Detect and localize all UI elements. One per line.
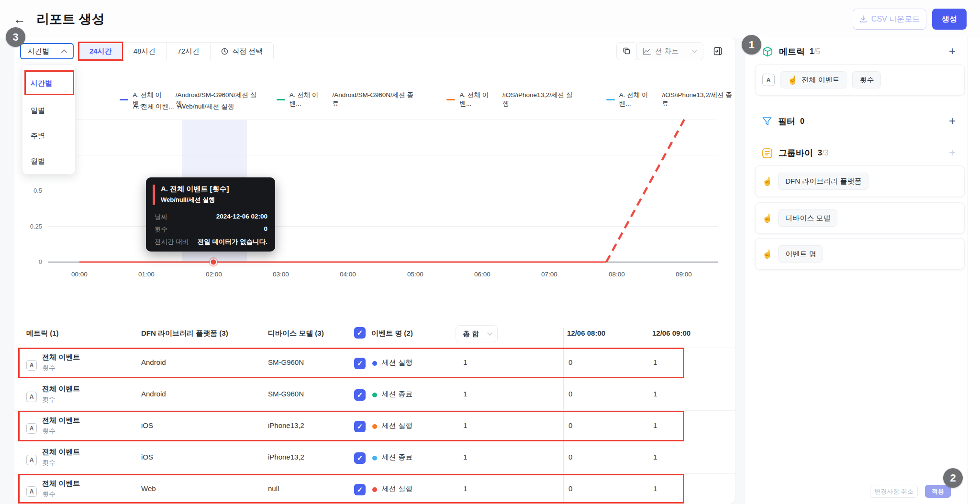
x-axis-tick: 07:00 xyxy=(535,271,564,278)
filter-funnel-icon xyxy=(762,116,772,127)
add-metric-button[interactable]: + xyxy=(947,46,958,57)
groupby-section-label: 그룹바이 xyxy=(779,147,813,159)
interval-dropdown-menu: 시간별 일별 주별 월별 xyxy=(22,65,76,175)
series-color-dot xyxy=(372,393,377,397)
annotation-badge-3: 3 xyxy=(6,27,25,47)
tooltip-compare-label: 전시간 대비 xyxy=(155,238,189,246)
report-config-sidebar: 메트릭 1/5 + A ☝ 전체 이벤트 횟수 필터 0 + 그룹바이 3/3 … xyxy=(745,37,980,504)
total-select-value: 총 합 xyxy=(463,329,479,339)
metric-type-icon: A xyxy=(26,455,37,465)
csv-download-button[interactable]: CSV 다운로드 xyxy=(853,9,926,30)
add-filter-button[interactable]: + xyxy=(947,116,958,127)
chart-tooltip: A. 전체 이벤트 [횟수] Web/null/세션 실행 날짜 2024-12… xyxy=(146,177,275,252)
metric-section-header: 메트릭 1/5 xyxy=(762,46,820,57)
dropdown-option-weekly[interactable]: 주별 xyxy=(22,124,76,148)
row-checkbox[interactable]: ✓ xyxy=(354,484,366,495)
metric-type-icon: A xyxy=(26,486,37,497)
tooltip-count-label: 횟수 xyxy=(155,225,167,234)
metric-type-icon: A xyxy=(26,423,37,434)
add-groupby-button[interactable]: + xyxy=(947,147,958,159)
row-checkbox[interactable]: ✓ xyxy=(354,452,366,464)
hover-point-marker xyxy=(211,259,217,265)
generate-button[interactable]: 생성 xyxy=(932,9,967,30)
x-axis-tick: 03:00 xyxy=(267,271,295,278)
filter-section-header: 필터 0 xyxy=(762,116,804,127)
series-color-dot xyxy=(372,456,377,460)
table-row[interactable]: A 전체 이벤트 횟수 Web null ✓ 세션 실행 1 0 1 xyxy=(14,474,735,504)
chevron-down-icon xyxy=(487,332,492,336)
groupby-chip-device-model[interactable]: 디바이스 모델 xyxy=(778,209,837,227)
discard-changes-button[interactable]: 변경사항 취소 xyxy=(870,485,918,498)
x-axis-tick: 04:00 xyxy=(334,271,362,278)
page-title: 리포트 생성 xyxy=(36,11,105,28)
dropdown-option-monthly[interactable]: 월별 xyxy=(22,149,76,173)
tooltip-count-value: 0 xyxy=(264,225,267,234)
series-color-dot xyxy=(372,424,377,429)
dropdown-option-hourly[interactable]: 시간별 xyxy=(22,71,76,95)
x-axis-tick: 06:00 xyxy=(468,271,497,278)
download-icon xyxy=(859,15,867,23)
groupby-card[interactable]: ☝ 디바이스 모델 xyxy=(755,202,965,234)
table-row[interactable]: A 전체 이벤트 횟수 Android SM-G960N ✓ 세션 종료 1 0… xyxy=(14,379,735,411)
groupby-section-header: 그룹바이 3/3 xyxy=(762,147,828,159)
x-axis-tick: 08:00 xyxy=(602,271,631,278)
col-header-0800: 12/06 08:00 xyxy=(567,329,605,337)
tooltip-subtitle: Web/null/세션 실행 xyxy=(161,196,215,204)
groupby-card[interactable]: ☝ DFN 라이브러리 플랫폼 xyxy=(755,165,965,197)
tooltip-title: A. 전체 이벤트 [횟수] xyxy=(161,185,229,194)
tap-hand-icon: ☝ xyxy=(788,75,798,85)
drag-hand-icon: ☝ xyxy=(762,176,772,186)
groupby-chip-event-name[interactable]: 이벤트 명 xyxy=(778,245,823,263)
top-header: ← 리포트 생성 CSV 다운로드 생성 xyxy=(0,0,980,38)
metric-type-icon: A xyxy=(762,74,775,86)
row-checkbox[interactable]: ✓ xyxy=(354,389,366,401)
tooltip-date-value: 2024-12-06 02:00 xyxy=(216,213,267,221)
annotation-badge-1: 1 xyxy=(742,35,761,55)
col-header-model: 디바이스 모델 (3) xyxy=(268,329,324,338)
x-axis-tick: 05:00 xyxy=(401,271,430,278)
tooltip-compare-value: 전일 데이터가 없습니다. xyxy=(198,238,267,246)
apply-button[interactable]: 적용 xyxy=(925,485,951,498)
total-aggregate-select[interactable]: 총 합 xyxy=(456,325,498,342)
series-color-dot xyxy=(372,487,377,492)
csv-download-label: CSV 다운로드 xyxy=(871,14,920,24)
groupby-chip-platform[interactable]: DFN 라이브러리 플랫폼 xyxy=(778,173,869,190)
header-checkbox[interactable]: ✓ xyxy=(354,327,366,339)
metric-card[interactable]: A ☝ 전체 이벤트 횟수 xyxy=(755,64,965,96)
tooltip-accent-bar xyxy=(153,185,155,205)
sidebar-scrollbar-track[interactable] xyxy=(968,37,968,504)
groupby-list-icon xyxy=(762,148,773,159)
metric-cube-icon xyxy=(762,46,773,57)
groupby-card[interactable]: ☝ 이벤트 명 xyxy=(755,238,965,270)
x-axis-tick: 01:00 xyxy=(132,271,161,278)
table-row[interactable]: A 전체 이벤트 횟수 Android SM-G960N ✓ 세션 실행 1 0… xyxy=(14,348,735,379)
drag-hand-icon: ☝ xyxy=(762,213,772,223)
metric-event-chip[interactable]: ☝ 전체 이벤트 xyxy=(780,71,846,88)
metric-count-chip[interactable]: 횟수 xyxy=(852,71,881,88)
col-header-metric: 메트릭 (1) xyxy=(26,329,59,338)
table-header-row: 메트릭 (1) DFN 라이브러리 플랫폼 (3) 디바이스 모델 (3) ✓ … xyxy=(14,329,735,348)
report-main-panel: 시간별 24시간 48시간 72시간 직접 선택 선 차트 시간별 일별 주별 … xyxy=(14,37,735,504)
annotation-badge-2: 2 xyxy=(943,468,963,488)
table-row[interactable]: A 전체 이벤트 횟수 iOS iPhone13,2 ✓ 세션 종료 1 0 1 xyxy=(14,442,735,474)
metric-section-label: 메트릭 xyxy=(779,46,805,57)
table-row[interactable]: A 전체 이벤트 횟수 iOS iPhone13,2 ✓ 세션 실행 1 0 1 xyxy=(14,411,735,442)
x-axis-tick: 09:00 xyxy=(669,271,698,278)
metric-type-icon: A xyxy=(26,392,37,402)
filter-section-label: 필터 xyxy=(778,116,795,127)
x-axis-tick: 02:00 xyxy=(200,271,228,278)
row-checkbox[interactable]: ✓ xyxy=(354,421,366,432)
series-color-dot xyxy=(372,361,377,366)
dropdown-option-daily[interactable]: 일별 xyxy=(22,99,76,122)
x-axis-tick: 00:00 xyxy=(65,271,94,278)
col-header-event: 이벤트 명 (2) xyxy=(371,329,413,338)
col-header-0900: 12/06 09:00 xyxy=(652,329,690,337)
metric-type-icon: A xyxy=(26,360,37,371)
back-arrow-icon[interactable]: ← xyxy=(13,11,30,27)
tooltip-date-label: 날짜 xyxy=(155,213,167,221)
drag-hand-icon: ☝ xyxy=(762,249,772,259)
row-checkbox[interactable]: ✓ xyxy=(354,358,366,369)
col-header-platform: DFN 라이브러리 플랫폼 (3) xyxy=(141,329,228,338)
generate-label: 생성 xyxy=(942,14,957,24)
series-red-dashed-line xyxy=(606,120,684,262)
